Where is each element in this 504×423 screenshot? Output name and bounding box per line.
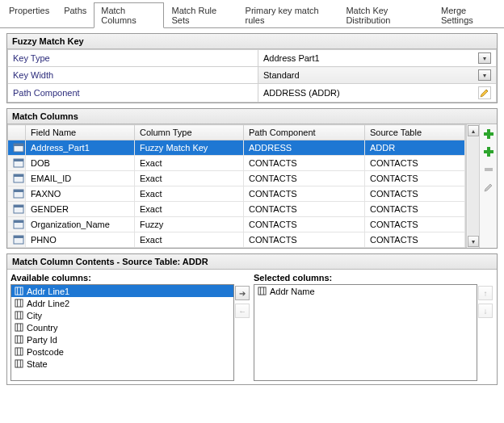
key-type-label: Key Type [8, 50, 258, 67]
cell-source-table: ADDR [365, 140, 465, 156]
table-row[interactable]: FAXNOExactCONTACTSCONTACTS [8, 186, 465, 202]
svg-rect-22 [15, 299, 23, 307]
list-item[interactable]: City [11, 309, 233, 321]
pencil-icon[interactable] [478, 86, 491, 99]
row-icon [8, 156, 26, 171]
svg-rect-40 [258, 287, 266, 295]
key-width-field[interactable]: Standard ▾ [258, 67, 497, 84]
svg-rect-17 [484, 150, 494, 153]
table-row[interactable]: PHNOExactCONTACTSCONTACTS [8, 232, 465, 248]
tab-match-key-distribution[interactable]: Match Key Distribution [338, 2, 434, 28]
scroll-track[interactable] [468, 137, 479, 235]
col-column-type[interactable]: Column Type [135, 125, 244, 140]
svg-rect-13 [14, 236, 23, 238]
list-item-label: Addr Line2 [27, 299, 69, 308]
chevron-down-icon[interactable]: ▾ [478, 69, 491, 81]
scroll-up-icon[interactable]: ▴ [468, 125, 479, 136]
tab-merge-settings[interactable]: Merge Settings [434, 2, 502, 28]
tab-paths[interactable]: Paths [57, 2, 94, 28]
list-item[interactable]: Addr Name [254, 285, 477, 297]
add-button[interactable] [481, 127, 496, 141]
cell-field-name: Organization_Name [26, 217, 135, 232]
cell-column-type: Exact [135, 171, 244, 186]
cell-column-type: Exact [135, 186, 244, 202]
path-component-field[interactable]: ADDRESS (ADDR) [258, 84, 497, 103]
vertical-scrollbar[interactable]: ▴ ▾ [466, 124, 479, 248]
path-component-value: ADDRESS (ADDR) [263, 88, 340, 98]
fuzzy-match-key-panel: Fuzzy Match Key Key Type Address Part1 ▾… [6, 33, 498, 103]
row-icon [8, 140, 26, 156]
selected-columns-list[interactable]: Addr Name [254, 284, 477, 381]
svg-rect-34 [15, 348, 23, 355]
tab-properties[interactable]: Properties [2, 2, 57, 28]
table-row[interactable]: Address_Part1Fuzzy Match KeyADDRESSADDR [8, 140, 465, 156]
chevron-down-icon[interactable]: ▾ [478, 52, 491, 64]
scroll-down-icon[interactable]: ▾ [468, 236, 479, 247]
add-secondary-button[interactable] [481, 144, 496, 159]
cell-source-table: CONTACTS [365, 232, 465, 248]
rowhead-header [8, 125, 26, 140]
column-icon [258, 287, 267, 295]
tab-primary-key-match-rules[interactable]: Primary key match rules [238, 2, 339, 28]
svg-rect-31 [15, 336, 23, 343]
match-columns-toolbar [479, 124, 497, 248]
available-columns-list[interactable]: Addr Line1Addr Line2CityCountryParty IdP… [10, 284, 234, 381]
match-column-contents-panel: Match Column Contents - Source Table: AD… [6, 253, 498, 385]
svg-rect-1 [14, 144, 23, 146]
move-down-button[interactable]: ↓ [478, 304, 493, 318]
col-source-table[interactable]: Source Table [365, 125, 465, 140]
list-item[interactable]: Addr Line1 [11, 285, 233, 297]
contents-panel-title: Match Column Contents - Source Table: AD… [7, 254, 497, 270]
list-item[interactable]: State [11, 358, 233, 370]
svg-rect-18 [485, 168, 493, 171]
table-row[interactable]: GENDERExactCONTACTSCONTACTS [8, 202, 465, 217]
cell-source-table: CONTACTS [365, 171, 465, 186]
column-icon [15, 359, 23, 368]
move-up-button[interactable]: ↑ [478, 286, 493, 300]
remove-button[interactable] [481, 162, 496, 177]
table-row[interactable]: EMAIL_IDExactCONTACTSCONTACTS [8, 171, 465, 186]
row-icon [8, 202, 26, 217]
table-row[interactable]: Organization_NameFuzzyCONTACTSCONTACTS [8, 217, 465, 232]
cell-source-table: CONTACTS [365, 217, 465, 232]
cell-source-table: CONTACTS [365, 156, 465, 171]
cell-source-table: CONTACTS [365, 202, 465, 217]
svg-rect-5 [14, 174, 23, 177]
cell-column-type: Exact [135, 202, 244, 217]
move-left-button[interactable]: ← [235, 304, 250, 318]
move-right-button[interactable]: ➔ [235, 286, 250, 300]
key-width-value: Standard [263, 70, 300, 80]
col-path-component[interactable]: Path Component [244, 125, 365, 140]
list-item-label: City [27, 311, 42, 320]
list-item[interactable]: Country [11, 321, 233, 333]
column-icon [15, 311, 23, 320]
list-item-label: Addr Line1 [27, 287, 69, 296]
cell-column-type: Fuzzy [135, 217, 244, 232]
column-icon [15, 347, 23, 356]
col-field-name[interactable]: Field Name [26, 125, 135, 140]
svg-rect-15 [484, 132, 494, 136]
cell-field-name: GENDER [26, 202, 135, 217]
match-columns-table[interactable]: Field Name Column Type Path Component So… [7, 124, 465, 248]
list-item[interactable]: Party Id [11, 333, 233, 346]
svg-rect-3 [14, 159, 23, 161]
list-item-label: State [27, 359, 48, 369]
svg-rect-11 [14, 220, 23, 223]
match-columns-panel: Match Columns Field Name Column Type Pat… [6, 108, 498, 249]
cell-path-component: ADDRESS [244, 140, 365, 156]
list-item-label: Addr Name [270, 287, 315, 296]
column-icon [15, 323, 23, 332]
column-icon [15, 299, 23, 308]
row-icon [8, 217, 26, 232]
row-icon [8, 186, 26, 202]
cell-column-type: Exact [135, 232, 244, 248]
svg-rect-9 [14, 205, 23, 207]
list-item[interactable]: Postcode [11, 346, 233, 358]
tab-match-rule-sets[interactable]: Match Rule Sets [164, 2, 237, 28]
tab-match-columns[interactable]: Match Columns [94, 2, 164, 28]
edit-button[interactable] [481, 180, 496, 195]
list-item[interactable]: Addr Line2 [11, 297, 233, 309]
table-row[interactable]: DOBExactCONTACTSCONTACTS [8, 156, 465, 171]
cell-column-type: Exact [135, 156, 244, 171]
key-type-field[interactable]: Address Part1 ▾ [258, 50, 497, 67]
